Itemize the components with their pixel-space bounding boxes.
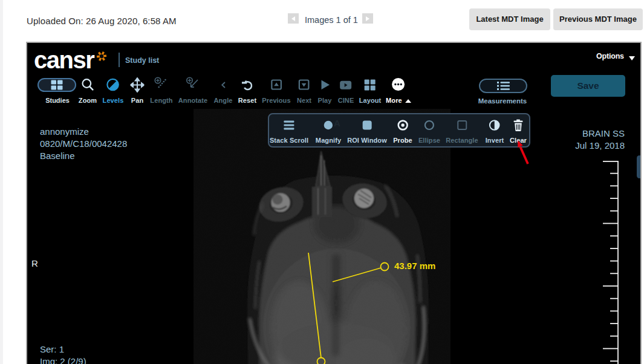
svg-text:43.97 mm: 43.97 mm	[394, 261, 435, 271]
